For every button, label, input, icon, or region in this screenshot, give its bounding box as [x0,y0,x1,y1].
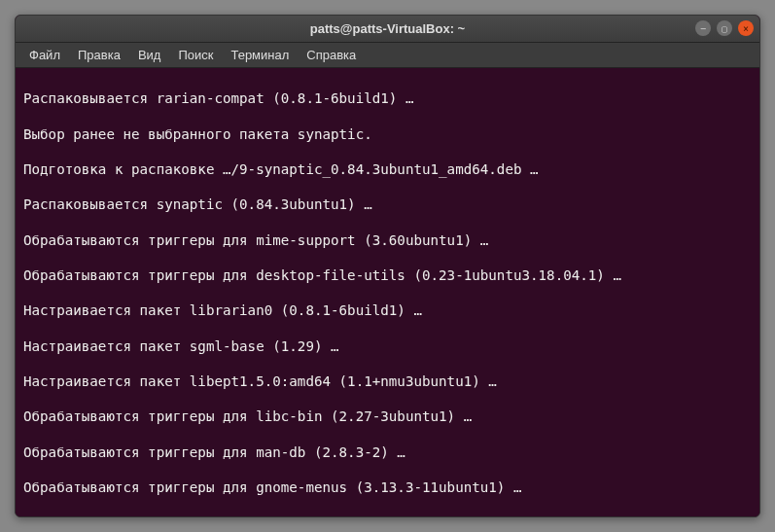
output-line: Обрабатываются триггеры для mime-support… [23,231,752,249]
close-button[interactable]: × [738,20,754,36]
terminal-window: patts@patts-VirtualBox: ~ − ▢ × Файл Пра… [15,15,760,517]
minimize-icon: − [700,23,706,34]
maximize-icon: ▢ [722,23,727,34]
output-line: Настраивается пакет librarian0 (0.8.1-6b… [23,301,752,319]
output-line: Распаковывается synaptic (0.84.3ubuntu1)… [23,195,752,213]
minimize-button[interactable]: − [695,20,711,36]
output-line: Обрабатываются триггеры для man-db (2.8.… [23,443,752,461]
terminal-output[interactable]: Распаковывается rarian-compat (0.8.1-6bu… [16,68,759,516]
output-line: Настраивается пакет sgml-base (1.29) … [23,337,752,355]
menubar: Файл Правка Вид Поиск Терминал Справка [16,43,759,68]
output-line: Распаковывается rarian-compat (0.8.1-6bu… [23,89,752,107]
window-title: patts@patts-VirtualBox: ~ [310,21,465,36]
window-controls: − ▢ × [695,20,754,36]
output-line: Подготовка к распаковке …/9-synaptic_0.8… [23,160,752,178]
output-line: Настраивается пакет libept1.5.0:amd64 (1… [23,372,752,390]
close-icon: × [743,23,749,34]
menu-search[interactable]: Поиск [170,45,221,65]
maximize-button[interactable]: ▢ [717,20,732,36]
titlebar[interactable]: patts@patts-VirtualBox: ~ − ▢ × [16,16,759,43]
menu-edit[interactable]: Правка [70,45,128,65]
menu-file[interactable]: Файл [21,45,68,65]
output-line: Обрабатываются триггеры для desktop-file… [23,266,752,284]
output-line: Выбор ранее не выбранного пакета synapti… [23,125,752,143]
menu-view[interactable]: Вид [130,45,169,65]
menu-help[interactable]: Справка [299,45,364,65]
output-line: Обрабатываются триггеры для gnome-menus … [23,479,752,496]
menu-terminal[interactable]: Терминал [223,45,297,65]
output-line: Настраивается пакет xml-core (0.18) … [23,514,752,516]
output-line: Обрабатываются триггеры для libc-bin (2.… [23,408,752,425]
